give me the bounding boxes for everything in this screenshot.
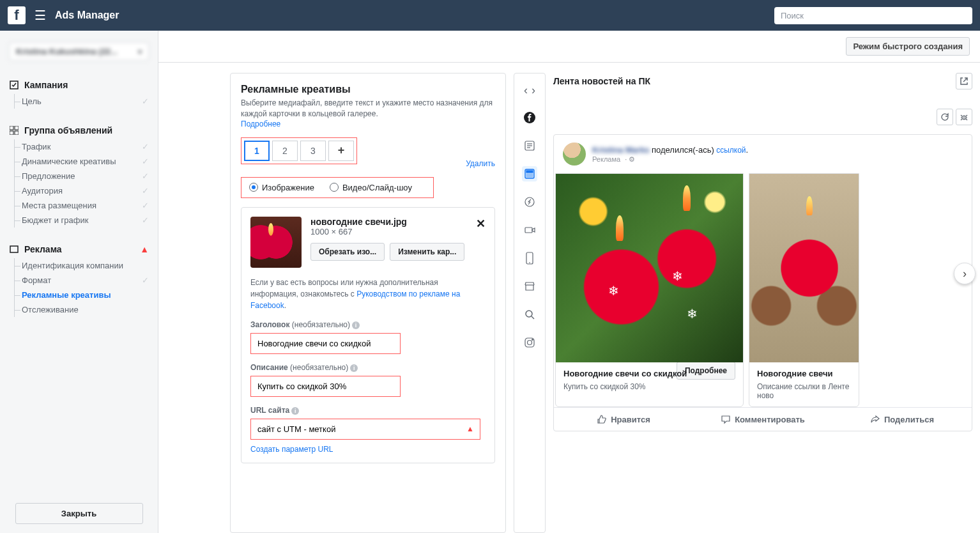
card-desc: Описание ссылки в Ленте ново [757,382,851,400]
feed-icon[interactable] [522,166,537,182]
nav-item-traffic[interactable]: Трафик✓ [0,139,158,154]
post-meta: Реклама [592,155,620,163]
nav-item-tracking[interactable]: Отслеживание [0,302,158,317]
nav-item-audience[interactable]: Аудитория✓ [0,183,158,198]
warning-icon: ▲ [466,424,474,433]
nav-item-offer[interactable]: Предложение✓ [0,169,158,183]
form-subtitle: Выберите медиафайл, введите текст и укаж… [241,98,495,120]
radio-icon [330,183,339,192]
nav-item-creatives[interactable]: Рекламные креативы [0,288,158,302]
account-name: Kristina Kukushkina (22... [16,47,118,56]
open-external-icon[interactable] [956,73,972,89]
nav-item-identity[interactable]: Идентификация компании [0,258,158,273]
carousel-card-1[interactable]: ❄ ❄ ❄ Новогодние свечи со скидкой Подроб… [555,173,744,407]
headline-input[interactable] [250,333,401,354]
facebook-icon[interactable] [522,110,537,125]
account-selector[interactable]: Kristina Kukushkina (22... ▾ [9,42,149,61]
svg-point-21 [528,341,532,345]
sidebar: Kristina Kukushkina (22... ▾ Кампания Це… [0,31,158,533]
nav-item-placements[interactable]: Места размещения✓ [0,198,158,213]
svg-line-29 [961,119,962,120]
facebook-logo[interactable]: f [8,6,26,24]
preview-title: Лента новостей на ПК [553,76,650,86]
check-icon: ✓ [142,275,149,285]
url-input[interactable] [250,419,480,440]
create-url-link[interactable]: Создать параметр URL [250,445,333,454]
article-icon[interactable] [522,138,537,153]
media-type-radios: Изображение Видео/Слайд-шоу [241,177,434,198]
carousel-card-2[interactable]: Новогодние свечи Описание ссылки в Ленте… [749,173,859,407]
like-button[interactable]: Нравится [554,408,693,431]
refresh-icon[interactable] [937,109,953,125]
instagram-icon[interactable] [522,335,537,350]
post-preview: Kristina Marks поделился(-ась) ссылкой. … [553,134,972,431]
instant-icon[interactable] [522,194,537,210]
check-icon: ✓ [142,186,149,196]
info-icon[interactable]: i [352,321,360,329]
radio-image[interactable]: Изображение [249,183,314,192]
card-desc: Купить со скидкой 30% [563,382,735,391]
change-button[interactable]: Изменить кар... [390,243,464,261]
share-button[interactable]: Поделиться [832,408,972,431]
prev-placement-icon[interactable]: ‹ [524,84,528,97]
nav-item-goal[interactable]: Цель✓ [0,94,158,109]
preview-panel: Лента новостей на ПК Kristina Marks поде… [553,73,972,533]
remove-media-icon[interactable]: ✕ [476,217,486,231]
crop-button[interactable]: Обрезать изо... [310,243,385,261]
warning-icon: ▲ [140,244,149,254]
info-icon[interactable]: i [291,407,299,415]
more-link[interactable]: Подробнее [241,120,280,128]
gear-icon[interactable]: · ⚙ [623,155,635,163]
card-title: Новогодние свечи [757,369,851,378]
check-icon: ✓ [142,97,149,106]
svg-rect-1 [10,126,13,130]
search-input[interactable]: Поиск [774,7,972,24]
card-tab-3[interactable]: 3 [300,141,326,161]
card-tab-2[interactable]: 2 [272,141,298,161]
bug-icon[interactable] [956,109,972,125]
media-thumbnail [250,217,302,268]
description-input[interactable] [250,376,401,397]
next-placement-icon[interactable]: › [532,84,535,97]
mobile-icon[interactable] [522,251,537,266]
help-text: Если у вас есть вопросы или нужна дополн… [250,277,486,311]
svg-rect-15 [525,228,532,233]
svg-point-18 [526,311,532,317]
check-icon: ✓ [142,142,149,151]
svg-rect-16 [526,252,533,264]
card-add-button[interactable]: + [328,141,354,161]
nav-campaign[interactable]: Кампания [0,76,158,94]
carousel-next-button[interactable]: › [954,263,976,284]
marketplace-icon[interactable] [522,279,537,294]
nav-adset[interactable]: Группа объявлений [0,121,158,139]
check-icon: ✓ [142,171,149,181]
search-icon[interactable] [522,307,537,322]
nav-item-dynamic[interactable]: Динамические креативы✓ [0,154,158,169]
nav-ad[interactable]: Реклама ▲ [0,240,158,258]
post-link-word[interactable]: ссылкой [716,146,746,155]
info-icon[interactable]: i [350,364,358,372]
placement-rail: ‹ › [514,73,546,533]
close-button[interactable]: Закрыть [15,503,143,524]
svg-line-19 [532,316,534,319]
quick-create-button[interactable]: Режим быстрого создания [846,37,970,56]
file-name: новогодние свечи.jpg [310,217,467,227]
headline-label: Заголовок (необязательно)i [250,320,486,329]
url-label: URL сайтаi [250,406,486,415]
app-title: Ads Manager [55,10,119,21]
file-dimensions: 1000 × 667 [310,227,467,236]
post-author[interactable]: Kristina Marks [592,145,650,155]
svg-rect-4 [15,131,19,135]
adset-icon [9,125,19,135]
svg-line-30 [966,119,967,120]
nav-item-format[interactable]: Формат✓ [0,273,158,288]
delete-link[interactable]: Удалить [466,159,495,168]
video-icon[interactable] [522,222,537,238]
radio-video[interactable]: Видео/Слайд-шоу [330,183,412,192]
menu-icon[interactable]: ☰ [34,8,46,23]
campaign-icon [9,80,19,90]
card-tab-1[interactable]: 1 [244,141,270,161]
svg-point-22 [532,339,533,341]
nav-item-budget[interactable]: Бюджет и график✓ [0,213,158,228]
comment-button[interactable]: Комментировать [693,408,832,431]
